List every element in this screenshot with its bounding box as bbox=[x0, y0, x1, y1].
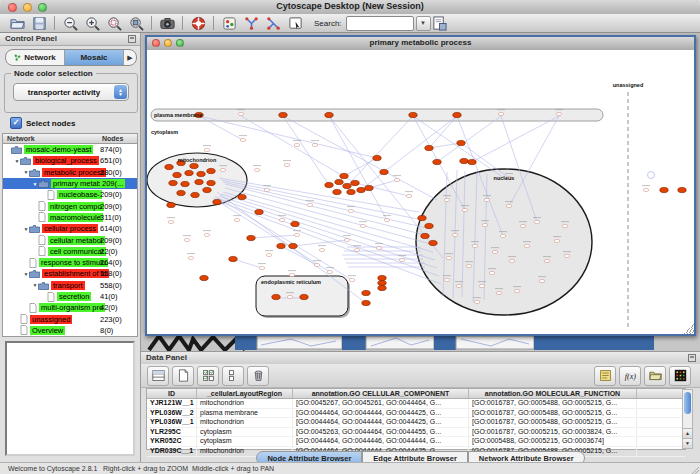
network-node-selected[interactable] bbox=[425, 223, 433, 228]
node-color-dropdown[interactable]: transporter activity ▲▼ bbox=[13, 83, 129, 101]
network-node-selected[interactable] bbox=[185, 170, 193, 175]
network-node[interactable] bbox=[444, 198, 450, 201]
network-node-selected[interactable] bbox=[169, 180, 177, 185]
function-builder-icon[interactable]: f(x) bbox=[619, 366, 641, 386]
search-input[interactable] bbox=[346, 16, 414, 31]
network-node[interactable] bbox=[307, 203, 313, 206]
network-node[interactable] bbox=[394, 178, 400, 181]
tree-row[interactable]: ▼biological_process651(0) bbox=[3, 155, 137, 166]
zoom-selected-icon[interactable] bbox=[105, 15, 123, 31]
scroll-down-button[interactable]: ▼ bbox=[683, 438, 692, 448]
network-node[interactable] bbox=[254, 168, 260, 171]
network-node[interactable] bbox=[312, 143, 318, 146]
network-node-selected[interactable] bbox=[229, 256, 237, 261]
network-node[interactable] bbox=[266, 253, 272, 256]
network-node-selected[interactable] bbox=[418, 215, 426, 220]
network-node-selected[interactable] bbox=[195, 179, 203, 184]
network-node-selected[interactable] bbox=[200, 275, 208, 280]
network-node[interactable] bbox=[360, 224, 366, 227]
network-node[interactable] bbox=[287, 295, 293, 298]
search-dropdown-button[interactable]: ▼ bbox=[416, 16, 431, 31]
network-node-selected[interactable] bbox=[678, 187, 686, 192]
network-node-selected[interactable] bbox=[255, 209, 263, 214]
network-node[interactable] bbox=[240, 138, 246, 141]
network-node-selected[interactable] bbox=[457, 140, 465, 145]
network-node-selected[interactable] bbox=[357, 187, 365, 192]
network-node[interactable] bbox=[479, 284, 485, 287]
network-node-selected[interactable] bbox=[421, 233, 429, 238]
network-node[interactable] bbox=[462, 208, 468, 211]
network-node[interactable] bbox=[514, 289, 520, 292]
network-node[interactable] bbox=[264, 188, 270, 191]
attribute-select-icon[interactable] bbox=[147, 366, 169, 386]
column-header[interactable]: ID bbox=[147, 389, 197, 398]
network-node[interactable] bbox=[520, 224, 526, 227]
select-nodes-checkbox[interactable]: ✓ bbox=[10, 117, 22, 129]
window-resize-grip[interactable] bbox=[684, 324, 694, 334]
network-node-selected[interactable] bbox=[335, 179, 343, 184]
tab-overflow-arrow[interactable]: ▶ bbox=[124, 50, 136, 65]
table-row[interactable]: YPL036W__2plasma membrane[GO:0044464, GO… bbox=[147, 409, 685, 419]
network-node[interactable] bbox=[349, 278, 355, 281]
delete-attribute-icon[interactable] bbox=[247, 366, 269, 386]
network-node-selected[interactable] bbox=[213, 199, 221, 204]
network-node[interactable] bbox=[554, 239, 560, 242]
network-node[interactable] bbox=[643, 188, 649, 191]
network-node[interactable] bbox=[500, 234, 506, 237]
network-node-selected[interactable] bbox=[247, 235, 255, 240]
network-node-selected[interactable] bbox=[203, 187, 211, 192]
network-node-selected[interactable] bbox=[207, 168, 215, 173]
network-node[interactable] bbox=[289, 273, 295, 276]
network-node-selected[interactable] bbox=[380, 169, 388, 174]
tree-row[interactable]: macromolecule311(0) bbox=[3, 212, 137, 223]
network-node[interactable] bbox=[234, 218, 240, 221]
table-row[interactable]: YJR121W__1mitochondrion[GO:0045267, GO:0… bbox=[147, 399, 685, 409]
network-node-selected[interactable] bbox=[343, 183, 351, 188]
help-icon[interactable] bbox=[189, 15, 207, 31]
network-node-selected[interactable] bbox=[347, 189, 355, 194]
float-panel-icon[interactable] bbox=[688, 354, 696, 362]
network-node[interactable] bbox=[279, 218, 285, 221]
network-node-selected[interactable] bbox=[325, 112, 333, 117]
table-row[interactable]: YKR052Ccytoplasm[GO:0044464, GO:0044446,… bbox=[147, 437, 685, 447]
network-node-selected[interactable] bbox=[378, 285, 386, 290]
network-node[interactable] bbox=[314, 263, 320, 266]
network-node[interactable] bbox=[489, 271, 495, 274]
tree-row[interactable]: multi-organism pro42(0) bbox=[3, 302, 137, 313]
network-node-selected[interactable] bbox=[238, 194, 246, 199]
tree-row[interactable]: mosaic-demo-yeast874(0) bbox=[3, 144, 137, 155]
network-node[interactable] bbox=[484, 198, 490, 201]
network-node-selected[interactable] bbox=[378, 275, 386, 280]
network-node-selected[interactable] bbox=[453, 112, 461, 117]
network-node[interactable] bbox=[376, 246, 382, 249]
table-row[interactable]: YPL036W__1mitochondrion[GO:0044464, GO:0… bbox=[147, 418, 685, 428]
network-node-selected[interactable] bbox=[177, 190, 185, 195]
import-attributes-icon[interactable] bbox=[644, 366, 666, 386]
plasma-membrane-region[interactable] bbox=[151, 109, 603, 121]
birds-eye-view[interactable] bbox=[5, 341, 135, 456]
network-node[interactable] bbox=[406, 194, 412, 197]
save-attributes-icon[interactable] bbox=[431, 15, 449, 31]
unselect-all-attributes-icon[interactable] bbox=[222, 366, 244, 386]
network-node-selected[interactable] bbox=[409, 112, 417, 117]
zoom-in-icon[interactable] bbox=[83, 15, 101, 31]
network-node-selected[interactable] bbox=[167, 202, 175, 207]
network-node-selected[interactable] bbox=[279, 112, 287, 117]
network-node[interactable] bbox=[327, 270, 333, 273]
save-session-icon[interactable] bbox=[30, 15, 48, 31]
zoom-fit-icon[interactable] bbox=[127, 15, 145, 31]
network-node[interactable] bbox=[238, 112, 244, 115]
network-node-selected[interactable] bbox=[207, 180, 215, 185]
tree-row[interactable]: ▼metabolic process280(0) bbox=[3, 167, 137, 178]
network-node-selected[interactable] bbox=[173, 172, 181, 177]
network-node[interactable] bbox=[399, 258, 405, 261]
tree-row[interactable]: cellular metabol209(0) bbox=[3, 234, 137, 245]
network-node[interactable] bbox=[204, 233, 210, 236]
network-node[interactable] bbox=[472, 244, 478, 247]
layout-icon[interactable] bbox=[242, 15, 260, 31]
attribute-matrix-icon[interactable] bbox=[669, 366, 691, 386]
network-node-selected[interactable] bbox=[468, 159, 476, 164]
tree-row[interactable]: ▼primary metabo209(... bbox=[3, 178, 137, 189]
network-window-title-bar[interactable]: primary metabolic process bbox=[147, 37, 694, 51]
table-row[interactable]: YLR295Ccytoplasm[GO:0045263, GO:0044464,… bbox=[147, 428, 685, 438]
